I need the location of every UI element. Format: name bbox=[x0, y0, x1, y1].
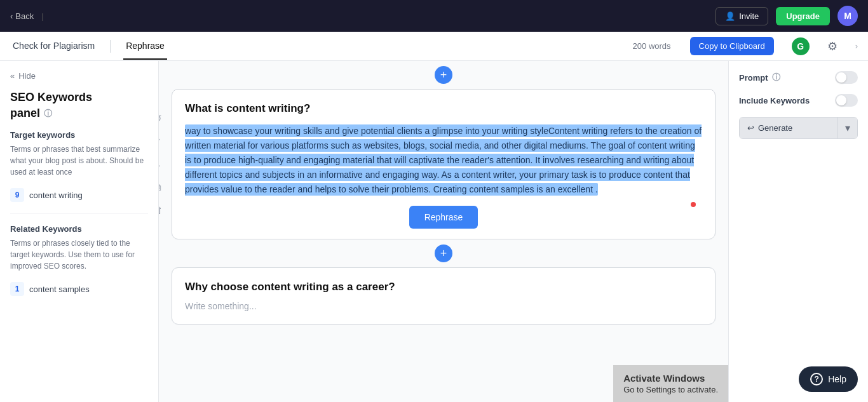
prompt-info-icon[interactable]: ⓘ bbox=[772, 72, 780, 83]
related-keywords-title: Related Keywords bbox=[10, 224, 148, 234]
keyword-text: content writing bbox=[29, 191, 83, 200]
generate-wrap: ↩ Generate ▾ bbox=[739, 117, 858, 139]
panel-title: SEO Keywords bbox=[10, 91, 148, 104]
related-keywords-desc: Terms or phrases closely tied to the tar… bbox=[10, 238, 148, 272]
back-button[interactable]: ‹ Back bbox=[10, 11, 34, 21]
top-nav: ‹ Back | 👤 Invite Upgrade M bbox=[0, 0, 868, 32]
help-button[interactable]: ? Help bbox=[799, 366, 858, 392]
generate-dropdown[interactable]: ▾ bbox=[837, 117, 857, 138]
keyword-count: 9 bbox=[10, 188, 24, 202]
avatar[interactable]: M bbox=[837, 6, 858, 26]
related-keyword-count: 1 bbox=[10, 282, 24, 296]
help-label: Help bbox=[828, 374, 846, 384]
plagiarism-tab[interactable]: Check for Plagiarism bbox=[10, 33, 97, 60]
activate-windows-title: Activate Windows bbox=[623, 373, 718, 384]
include-keywords-section: Include Keywords bbox=[739, 94, 858, 107]
chevron-left-icon: « bbox=[10, 71, 15, 81]
main-layout: « Hide SEO Keywords panel ⓘ Target keywo… bbox=[0, 61, 868, 402]
upgrade-button[interactable]: Upgrade bbox=[776, 7, 830, 25]
invite-button[interactable]: 👤 Invite bbox=[715, 7, 768, 25]
section-block-2[interactable]: Why choose content writing as a career? … bbox=[172, 267, 715, 325]
target-keywords-title: Target keywords bbox=[10, 130, 148, 140]
generate-label: Generate bbox=[758, 123, 792, 133]
editor-block-1[interactable]: What is content writing? way to showcase… bbox=[172, 89, 715, 239]
include-keywords-label: Include Keywords bbox=[739, 94, 858, 107]
nav-divider bbox=[110, 40, 111, 53]
activate-windows-overlay: Activate Windows Go to Settings to activ… bbox=[613, 365, 728, 402]
target-keywords-desc: Terms or phrases that best summarize wha… bbox=[10, 144, 148, 178]
nav-divider: | bbox=[41, 11, 43, 21]
include-keywords-toggle[interactable] bbox=[835, 94, 858, 107]
rephrase-button[interactable]: Rephrase bbox=[409, 206, 478, 229]
grammarly-icon[interactable]: G bbox=[792, 37, 810, 55]
settings-icon[interactable]: ⚙ bbox=[827, 39, 837, 53]
rephrase-tab[interactable]: Rephrase bbox=[123, 33, 167, 60]
editor-block-1-wrapper: ↺ ⌃ ⌄ ⧉ 🗑 What is content writing? way t… bbox=[172, 89, 715, 239]
hide-label: Hide bbox=[18, 71, 36, 81]
hide-sidebar-button[interactable]: « Hide bbox=[10, 71, 148, 81]
add-block-top[interactable]: + bbox=[172, 66, 715, 84]
word-count: 200 words bbox=[633, 41, 671, 51]
chevron-up-icon[interactable]: ⌃ bbox=[159, 133, 166, 151]
sidebar: « Hide SEO Keywords panel ⓘ Target keywo… bbox=[0, 61, 159, 402]
related-keyword-item: 1 content samples bbox=[10, 278, 148, 300]
activate-windows-subtitle: Go to Settings to activate. bbox=[623, 385, 718, 394]
related-keyword-text: content samples bbox=[29, 285, 90, 294]
copy-icon[interactable]: ⧉ bbox=[159, 178, 166, 196]
invite-label: Invite bbox=[739, 11, 759, 21]
rephrase-wrap: Rephrase bbox=[185, 206, 702, 229]
block1-heading: What is content writing? bbox=[185, 102, 702, 115]
content-area: + ↺ ⌃ ⌄ ⧉ 🗑 What is content writing? way… bbox=[159, 61, 728, 402]
sidebar-divider bbox=[10, 213, 148, 214]
selected-text[interactable]: way to showcase your writing skills and … bbox=[185, 124, 702, 196]
prompt-label: Prompt ⓘ bbox=[739, 71, 858, 84]
undo-icon[interactable]: ↺ bbox=[159, 110, 166, 128]
panel-subtitle: panel ⓘ bbox=[10, 107, 148, 120]
block1-content[interactable]: way to showcase your writing skills and … bbox=[185, 124, 702, 197]
chevron-right-icon[interactable]: › bbox=[855, 41, 858, 51]
generate-button[interactable]: ↩ Generate bbox=[740, 117, 837, 138]
write-placeholder[interactable]: Write something... bbox=[185, 301, 702, 311]
add-circle-icon-2[interactable]: + bbox=[435, 245, 452, 262]
prompt-section: Prompt ⓘ bbox=[739, 71, 858, 84]
block2-heading: Why choose content writing as a career? bbox=[185, 281, 702, 293]
left-toolbar: ↺ ⌃ ⌄ ⧉ 🗑 bbox=[159, 110, 166, 219]
copy-to-clipboard-button[interactable]: Copy to Clipboard bbox=[690, 37, 774, 55]
add-block-middle[interactable]: + bbox=[172, 245, 715, 262]
secondary-nav: Check for Plagiarism Rephrase 200 words … bbox=[0, 32, 868, 61]
right-panel: Prompt ⓘ Include Keywords ↩ Generate ▾ bbox=[728, 61, 868, 402]
delete-icon[interactable]: 🗑 bbox=[159, 201, 166, 219]
keyword-item: 9 content writing bbox=[10, 184, 148, 206]
info-icon[interactable]: ⓘ bbox=[44, 108, 52, 119]
add-circle-icon[interactable]: + bbox=[435, 66, 452, 84]
back-label: Back bbox=[15, 11, 34, 21]
prompt-toggle[interactable] bbox=[835, 71, 858, 84]
help-icon: ? bbox=[810, 373, 823, 385]
user-icon: 👤 bbox=[725, 11, 735, 21]
chevron-down-icon[interactable]: ⌄ bbox=[159, 156, 166, 173]
generate-icon: ↩ bbox=[747, 123, 754, 133]
